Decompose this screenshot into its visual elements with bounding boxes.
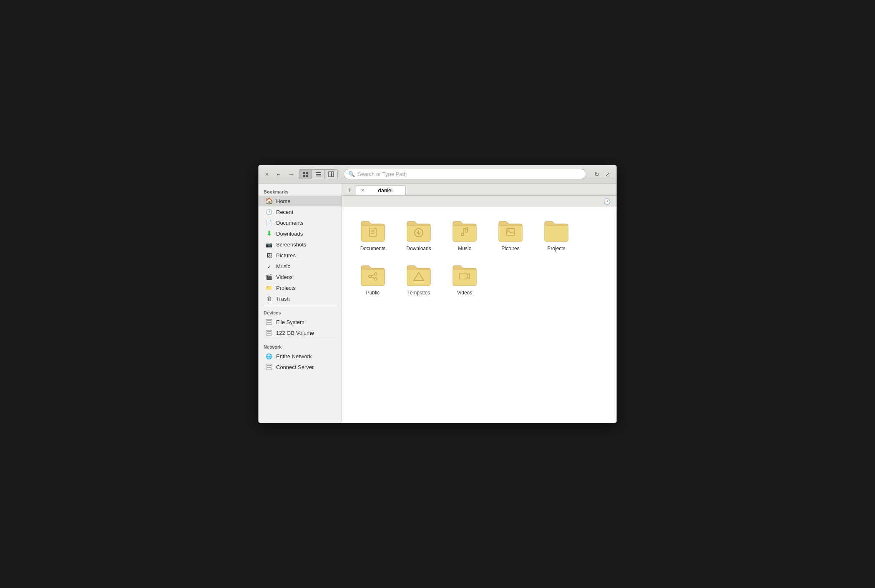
- sidebar-item-label: 122 GB Volume: [276, 330, 314, 336]
- sidebar-item-screenshots[interactable]: 📷 Screenshots: [259, 239, 342, 250]
- forward-button[interactable]: →: [286, 170, 296, 179]
- network-divider: [262, 340, 338, 340]
- sidebar-item-projects[interactable]: 📁 Projects: [259, 282, 342, 293]
- svg-rect-14: [267, 333, 271, 334]
- network-icon: 🌐: [265, 352, 273, 360]
- svg-rect-8: [332, 172, 334, 177]
- folder-svg-templates: [405, 263, 432, 287]
- content-pane: + ✕ daniel 🕐: [342, 183, 616, 423]
- tabs-bar: + ✕ daniel: [342, 183, 616, 196]
- music-icon: ♪: [265, 262, 273, 270]
- list-icon: [315, 171, 321, 177]
- file-item-public[interactable]: Public: [352, 260, 394, 300]
- svg-rect-13: [267, 331, 271, 332]
- sidebar: Bookmarks 🏠 Home 🕐 Recent 📄 Documents ⬇ …: [259, 183, 342, 423]
- folder-icon-templates: [405, 263, 432, 287]
- files-grid: Documents Downloads: [342, 207, 616, 423]
- toolbar-right-buttons: ↻ ⤢: [592, 170, 612, 179]
- sidebar-item-music[interactable]: ♪ Music: [259, 261, 342, 271]
- folder-icon-pictures: [497, 219, 524, 243]
- svg-rect-5: [316, 174, 321, 175]
- grid-icon: [302, 171, 308, 177]
- search-bar: 🔍: [344, 169, 586, 179]
- file-item-pictures[interactable]: Pictures: [490, 216, 531, 256]
- sidebar-item-label: Videos: [276, 274, 293, 280]
- file-item-downloads[interactable]: Downloads: [398, 216, 440, 256]
- sidebar-item-filesystem[interactable]: File System: [259, 317, 342, 327]
- content-topbar: 🕐: [342, 196, 616, 207]
- compact-icon: [328, 171, 334, 177]
- pictures-icon: 🖼: [265, 251, 273, 259]
- sidebar-item-label: Home: [276, 198, 291, 204]
- file-label-music: Music: [458, 246, 471, 252]
- sidebar-item-trash[interactable]: 🗑 Trash: [259, 293, 342, 304]
- folder-svg-downloads: [405, 219, 432, 243]
- file-item-music[interactable]: Music: [444, 216, 485, 256]
- sidebar-item-label: Entire Network: [276, 353, 312, 359]
- svg-rect-4: [316, 172, 321, 173]
- search-input[interactable]: [357, 171, 582, 177]
- file-label-videos: Videos: [457, 290, 472, 297]
- folder-icon-downloads: [405, 219, 432, 243]
- sidebar-item-label: Documents: [276, 220, 304, 226]
- add-tab-button[interactable]: +: [345, 185, 354, 195]
- sidebar-item-label: Recent: [276, 209, 293, 215]
- file-item-videos[interactable]: Videos: [444, 260, 485, 300]
- search-icon: 🔍: [348, 171, 355, 177]
- folder-svg-public: [360, 263, 386, 287]
- back-button[interactable]: ←: [274, 170, 284, 179]
- filesystem-icon: [265, 318, 273, 326]
- videos-icon: 🎬: [265, 273, 273, 281]
- sidebar-item-recent[interactable]: 🕐 Recent: [259, 206, 342, 217]
- sidebar-item-pictures[interactable]: 🖼 Pictures: [259, 250, 342, 261]
- sidebar-item-home[interactable]: 🏠 Home: [259, 196, 342, 206]
- sidebar-item-label: Music: [276, 263, 290, 269]
- drive-icon-svg: [266, 319, 272, 325]
- sidebar-item-label: Projects: [276, 285, 296, 291]
- sidebar-item-entire-network[interactable]: 🌐 Entire Network: [259, 351, 342, 362]
- svg-rect-7: [329, 172, 331, 177]
- file-label-projects: Projects: [547, 246, 565, 252]
- svg-rect-16: [267, 365, 271, 366]
- icon-view-button[interactable]: [299, 170, 312, 179]
- svg-rect-10: [267, 320, 271, 321]
- devices-label: Devices: [259, 308, 342, 317]
- file-item-projects[interactable]: Projects: [536, 216, 577, 256]
- toolbar: ✕ ← →: [259, 165, 616, 183]
- tab-daniel[interactable]: ✕ daniel: [356, 185, 406, 195]
- sidebar-item-connect-server[interactable]: Connect Server: [259, 362, 342, 372]
- history-button[interactable]: 🕐: [601, 197, 613, 206]
- file-item-documents[interactable]: Documents: [352, 216, 394, 256]
- refresh-button[interactable]: ↻: [592, 170, 601, 179]
- sidebar-item-volume[interactable]: 122 GB Volume: [259, 327, 342, 338]
- folder-svg-documents: [360, 219, 386, 243]
- sidebar-item-label: Downloads: [276, 231, 303, 237]
- file-label-templates: Templates: [407, 290, 430, 297]
- sidebar-item-documents[interactable]: 📄 Documents: [259, 217, 342, 228]
- file-label-downloads: Downloads: [406, 246, 431, 252]
- documents-icon: 📄: [265, 219, 273, 226]
- compact-view-button[interactable]: [325, 170, 337, 179]
- file-item-templates[interactable]: Templates: [398, 260, 440, 300]
- folder-svg-music: [451, 219, 478, 243]
- sidebar-item-downloads[interactable]: ⬇ Downloads: [259, 228, 342, 239]
- server-icon-svg: [266, 364, 272, 370]
- folder-icon-public: [360, 263, 386, 287]
- svg-rect-3: [306, 175, 308, 177]
- fullscreen-button[interactable]: ⤢: [603, 170, 612, 179]
- projects-icon: 📁: [265, 284, 273, 291]
- folder-svg-videos: [451, 263, 478, 287]
- svg-rect-11: [267, 322, 271, 323]
- volume-icon-svg: [266, 329, 272, 336]
- recent-icon: 🕐: [265, 208, 273, 216]
- close-button[interactable]: ✕: [263, 170, 271, 178]
- tab-label: daniel: [368, 187, 402, 193]
- svg-rect-17: [267, 367, 271, 368]
- svg-rect-2: [303, 175, 305, 177]
- screenshots-icon: 📷: [265, 241, 273, 248]
- list-view-button[interactable]: [312, 170, 325, 179]
- sidebar-item-videos[interactable]: 🎬 Videos: [259, 271, 342, 282]
- svg-rect-1: [306, 172, 308, 174]
- tab-close-button[interactable]: ✕: [360, 187, 366, 193]
- folder-svg-pictures: [497, 219, 524, 243]
